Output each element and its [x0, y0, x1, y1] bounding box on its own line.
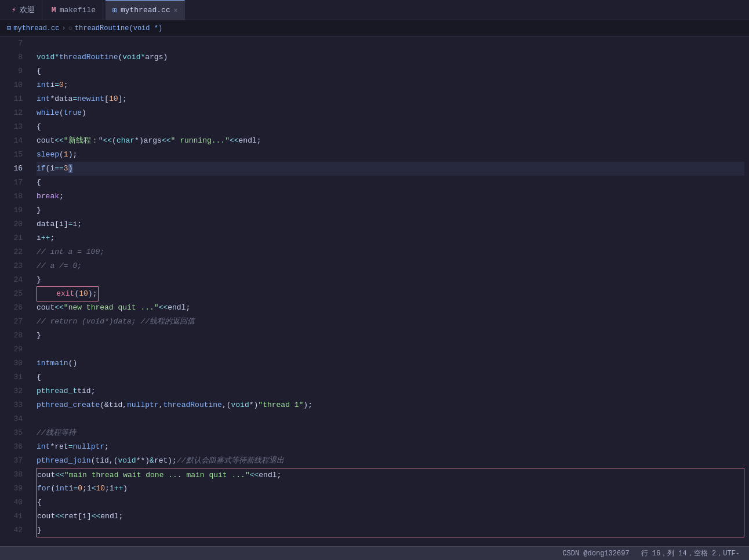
tab-makefile[interactable]: M makefile [45, 0, 103, 20]
code-line: for(int i = 0; i < 10; i++) [37, 482, 744, 496]
cpp-icon: ⊞ [112, 6, 117, 15]
line-number: 8 [0, 50, 23, 64]
code-line: void* threadRoutine(void* args) [37, 50, 744, 64]
code-line [37, 412, 744, 426]
line-number: 10 [0, 78, 23, 92]
line-number: 21 [0, 231, 23, 245]
line-number: 29 [0, 343, 23, 357]
tab-welcome[interactable]: ⚡ 欢迎 [5, 0, 42, 20]
code-line: { [37, 64, 744, 78]
code-line: } [37, 273, 744, 287]
line-number: 12 [0, 106, 23, 120]
code-line: int main() [37, 357, 744, 370]
code-line: int* ret = nullptr; [37, 440, 744, 454]
code-line: { [37, 120, 744, 134]
line-number: 40 [0, 496, 23, 510]
code-line: cout<<"main thread wait done ... main qu… [37, 468, 744, 482]
line-number: 32 [0, 384, 23, 398]
code-line: int i = 0; [37, 78, 744, 92]
statusbar: CSDN @dong132697 行 16，列 14，空格 2，UTF- [0, 546, 749, 560]
line-number: 18 [0, 190, 23, 203]
editor: 7891011121314151617181920212223242526272… [0, 37, 749, 546]
code-line: i++; [37, 231, 744, 245]
code-line: { [37, 496, 744, 510]
code-line: exit(10); [37, 287, 744, 301]
code-line: cout<<"新线程："<<(char*)args<<" running..."… [37, 134, 744, 148]
code-line: } [37, 329, 744, 343]
line-number: 34 [0, 412, 23, 426]
line-number: 17 [0, 176, 23, 190]
line-number: 11 [0, 92, 23, 106]
line-number: 33 [0, 398, 23, 412]
code-line: pthread_create(&tid,nullptr,threadRoutin… [37, 398, 744, 412]
code-line: // a /= 0; [37, 259, 744, 273]
code-line: // int a = 100; [37, 245, 744, 259]
line-number: 19 [0, 203, 23, 217]
code-line: if(i == 3) [37, 162, 744, 176]
line-number: 20 [0, 217, 23, 231]
code-line: sleep(1); [37, 148, 744, 162]
code-line: data[i] = i; [37, 217, 744, 231]
tab-makefile-label: makefile [60, 6, 96, 14]
line-number: 27 [0, 315, 23, 329]
line-number: 9 [0, 64, 23, 78]
line-number: 14 [0, 134, 23, 148]
close-icon[interactable]: ✕ [174, 6, 178, 14]
code-line [37, 343, 744, 357]
line-number: 7 [0, 37, 23, 50]
code-line: } [37, 203, 744, 217]
code-line: // return (void*)data; //线程的返回值 [37, 315, 744, 329]
code-line: pthread_t tid; [37, 384, 744, 398]
line-numbers: 7891011121314151617181920212223242526272… [0, 37, 32, 546]
tab-mythread-label: mythread.cc [121, 6, 170, 14]
position-label: 行 16，列 14，空格 2，UTF- [641, 548, 740, 558]
line-number: 41 [0, 510, 23, 523]
code-line: pthread_join(tid,(void**)&ret); //默认会阻塞式… [37, 454, 744, 468]
breadcrumb-func-icon: ○ [68, 24, 72, 32]
lightning-icon: ⚡ [12, 5, 16, 14]
titlebar: ⚡ 欢迎 M makefile ⊞ mythread.cc ✕ [0, 0, 749, 20]
line-number: 30 [0, 357, 23, 370]
line-number: 42 [0, 523, 23, 537]
code-line: } [37, 523, 744, 537]
line-number: 26 [0, 301, 23, 315]
line-number: 22 [0, 245, 23, 259]
line-number: 16 [0, 162, 23, 176]
line-number: 15 [0, 148, 23, 162]
code-line: { [37, 176, 744, 190]
line-number: 36 [0, 440, 23, 454]
tab-mythread[interactable]: ⊞ mythread.cc ✕ [106, 0, 185, 20]
line-number: 39 [0, 482, 23, 496]
code-line: break; [37, 190, 744, 203]
code-line: while(true) [37, 106, 744, 120]
breadcrumb-location: threadRoutine(void *) [75, 24, 162, 32]
code-content[interactable]: void* threadRoutine(void* args){ int i =… [32, 37, 749, 546]
code-line: cout<<ret[i]<<endl; [37, 510, 744, 523]
line-number: 24 [0, 273, 23, 287]
line-number: 28 [0, 329, 23, 343]
breadcrumb-bar: ⊞ mythread.cc › ○ threadRoutine(void *) [0, 20, 749, 37]
line-number: 23 [0, 259, 23, 273]
tab-welcome-label: 欢迎 [20, 5, 35, 15]
csdn-label: CSDN @dong132697 [562, 550, 629, 558]
line-number: 38 [0, 468, 23, 482]
breadcrumb-sep: › [61, 24, 66, 32]
code-line: int* data = new int[10]; [37, 92, 744, 106]
line-number: 37 [0, 454, 23, 468]
file-icon: ⊞ [7, 24, 11, 32]
breadcrumb-file: mythread.cc [13, 24, 59, 32]
line-number: 31 [0, 370, 23, 384]
code-line: cout<<"new thread quit ..."<<endl; [37, 301, 744, 315]
code-line [37, 37, 744, 50]
line-number: 25 [0, 287, 23, 301]
makefile-icon: M [52, 6, 56, 14]
code-line: { [37, 370, 744, 384]
code-line: //线程等待 [37, 426, 744, 440]
line-number: 13 [0, 120, 23, 134]
line-number: 35 [0, 426, 23, 440]
